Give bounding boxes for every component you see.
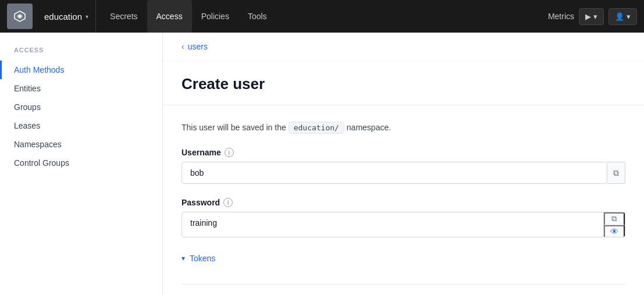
page-title: Create user (182, 75, 625, 93)
user-icon: 👤 (615, 12, 624, 21)
breadcrumb-chevron-icon: ‹ (182, 42, 184, 51)
nav-access[interactable]: Access (147, 0, 192, 33)
layout: Access Auth Methods Entities Groups Leas… (0, 33, 644, 295)
brand-chevron: ▾ (86, 13, 88, 20)
breadcrumb: ‹ users (163, 33, 644, 61)
username-label: Username i (182, 148, 625, 157)
copy-icon: ⧉ (611, 214, 617, 223)
sidebar-item-groups[interactable]: Groups (0, 98, 162, 116)
sidebar-item-auth-methods[interactable]: Auth Methods (0, 61, 162, 79)
sidebar-section-label: Access (0, 47, 162, 54)
topnav-right: Metrics ▶ ▾ 👤 ▾ (548, 8, 637, 25)
terminal-icon: ▶ (585, 12, 591, 21)
vault-logo[interactable] (7, 3, 33, 29)
breadcrumb-users-link[interactable]: users (188, 42, 208, 51)
password-copy-button[interactable]: ⧉ (604, 212, 625, 225)
password-input[interactable] (182, 212, 604, 237)
topnav: education ▾ Secrets Access Policies Tool… (0, 0, 644, 33)
tokens-label: Tokens (190, 254, 215, 263)
nav-secrets[interactable]: Secrets (101, 0, 147, 33)
sidebar-item-entities[interactable]: Entities (0, 79, 162, 98)
password-input-wrapper: ⧉ 👁 (182, 212, 625, 237)
password-field-group: Password i ⧉ 👁 (182, 198, 625, 237)
nav-links: Secrets Access Policies Tools (101, 0, 276, 33)
form-divider (182, 284, 625, 285)
page-header: Create user (163, 61, 644, 105)
brand-label: education (44, 12, 82, 22)
username-input[interactable] (182, 162, 607, 184)
tokens-chevron-icon: ▾ (182, 254, 185, 262)
terminal-button[interactable]: ▶ ▾ (579, 8, 604, 25)
username-input-wrapper: ⧉ (182, 162, 625, 184)
form-description: This user will be saved in the education… (182, 122, 625, 134)
metrics-link[interactable]: Metrics (548, 12, 574, 21)
brand-dropdown[interactable]: education ▾ (37, 0, 96, 33)
main-content: ‹ users Create user This user will be sa… (163, 33, 644, 295)
password-info-icon[interactable]: i (223, 198, 233, 207)
tokens-toggle[interactable]: ▾ Tokens (182, 251, 625, 265)
username-copy-icon[interactable]: ⧉ (607, 162, 625, 184)
nav-policies[interactable]: Policies (192, 0, 239, 33)
sidebar-item-leases[interactable]: Leases (0, 116, 162, 135)
username-field-group: Username i ⧉ (182, 148, 625, 184)
username-info-icon[interactable]: i (225, 148, 234, 157)
tokens-section: ▾ Tokens (182, 251, 625, 265)
form-area: This user will be saved in the education… (163, 105, 644, 295)
password-addons: ⧉ 👁 (604, 212, 625, 237)
user-button[interactable]: 👤 ▾ (609, 8, 637, 25)
password-reveal-button[interactable]: 👁 (604, 225, 625, 237)
terminal-chevron: ▾ (593, 12, 597, 21)
namespace-badge: education/ (289, 122, 344, 134)
sidebar: Access Auth Methods Entities Groups Leas… (0, 33, 163, 295)
sidebar-item-namespaces[interactable]: Namespaces (0, 135, 162, 154)
user-chevron: ▾ (627, 12, 631, 21)
password-label: Password i (182, 198, 625, 207)
eye-icon: 👁 (610, 227, 618, 236)
nav-tools[interactable]: Tools (239, 0, 276, 33)
sidebar-item-control-groups[interactable]: Control Groups (0, 154, 162, 172)
